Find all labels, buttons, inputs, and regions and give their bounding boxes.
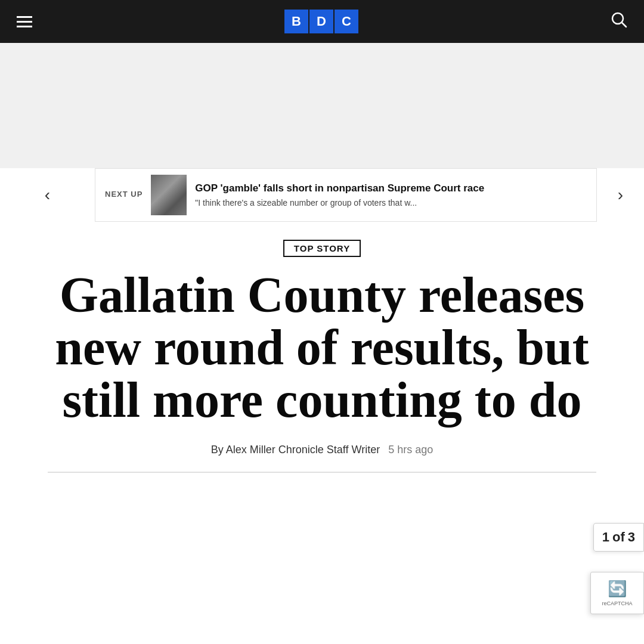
headline-line-3: still more counting to do [62,372,581,428]
byline-author: By Alex Miller Chronicle Staff Writer [211,444,380,456]
logo-box-d: D [309,10,333,33]
article-byline: By Alex Miller Chronicle Staff Writer 5 … [24,444,620,456]
hamburger-line-2 [17,21,32,23]
top-story-badge: TOP STORY [283,240,361,257]
prev-arrow-icon: ‹ [45,185,50,205]
prev-story-button[interactable]: ‹ [0,168,95,222]
ad-banner [0,43,644,168]
hamburger-line-3 [17,26,32,27]
page-separator: of [612,530,625,545]
recaptcha-widget: 🔄 reCAPTCHA [590,572,644,614]
next-up-label: NEXT UP [105,190,143,199]
recaptcha-label: reCAPTCHA [597,600,637,606]
next-up-content: NEXT UP GOP 'gamble' falls short in nonp… [95,169,596,221]
svg-line-1 [622,23,626,27]
logo-box-c: C [335,10,358,33]
page-counter: 1 of 3 [593,523,644,552]
search-button[interactable] [606,7,632,37]
logo[interactable]: B D C [284,10,358,33]
next-up-headline: GOP 'gamble' falls short in nonpartisan … [195,182,587,195]
author-name: Alex Miller Chronicle Staff Writer [226,444,380,456]
headline-line-2: new round of results, but [55,320,589,375]
recaptcha-icon: 🔄 [597,580,637,598]
menu-button[interactable] [12,11,37,32]
next-up-story-text[interactable]: GOP 'gamble' falls short in nonpartisan … [195,182,587,208]
logo-box-b: B [284,10,308,33]
thumbnail-placeholder [151,175,187,215]
next-up-subheadline: "I think there's a sizeable number or gr… [195,197,587,208]
article-divider [48,472,596,473]
byline-prefix: By [211,444,224,456]
next-up-thumbnail [151,175,187,215]
article-headline: Gallatin County releases new round of re… [24,269,620,427]
next-up-bar: ‹ NEXT UP GOP 'gamble' falls short in no… [0,168,644,222]
byline-timestamp: 5 hrs ago [388,444,433,456]
article-content: TOP STORY Gallatin County releases new r… [0,222,644,473]
next-arrow-icon: › [618,185,623,205]
page-current: 1 [602,530,609,545]
page-total: 3 [628,530,635,545]
hamburger-line-1 [17,16,32,18]
next-story-button[interactable]: › [596,168,644,222]
header: B D C [0,0,644,43]
next-up-text-block: NEXT UP [105,190,143,201]
headline-line-1: Gallatin County releases [60,267,584,323]
